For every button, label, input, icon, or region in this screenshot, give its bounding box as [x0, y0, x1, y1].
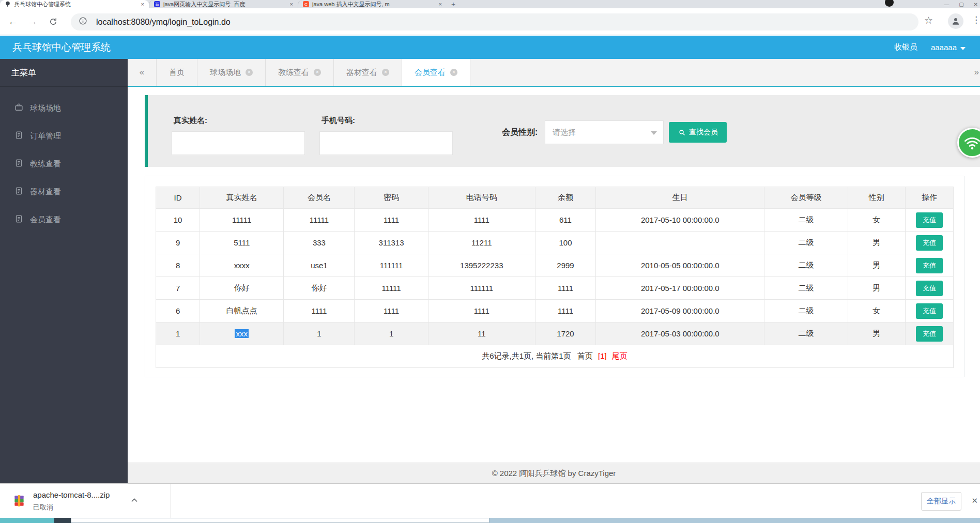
table-cell: 充值 — [905, 254, 953, 277]
content-tabbar: « 首页球场场地×教练查看×器材查看×会员查看×» — [128, 59, 980, 87]
sidebar-item-教练查看[interactable]: 教练查看 — [0, 150, 128, 178]
table-cell: 二级 — [764, 254, 848, 277]
member-table-panel: ID真实姓名会员名密码电话号码余额生日会员等级性别操作 101111111111… — [145, 176, 964, 377]
table-cell: 1111 — [428, 209, 535, 232]
table-cell: 11111 — [200, 209, 284, 232]
table-cell: 你好 — [284, 277, 355, 300]
forward-icon[interactable]: → — [26, 15, 39, 28]
close-icon[interactable]: × — [382, 69, 389, 76]
content-tab-首页[interactable]: 首页 — [157, 59, 197, 86]
sidebar-item-label: 会员查看 — [30, 215, 61, 225]
page-footer: © 2022 阿阳兵乒球馆 by CrazyTiger — [128, 463, 980, 483]
table-cell: 7 — [156, 277, 200, 300]
bookmark-star-icon[interactable]: ☆ — [924, 14, 933, 26]
url-text[interactable]: localhost:8080/ymq/login_toLogin.do — [96, 18, 231, 27]
phone-input[interactable] — [319, 131, 453, 155]
content-tab-教练查看[interactable]: 教练查看× — [266, 59, 334, 86]
taskbar-strip — [0, 518, 980, 523]
table-cell: 1395222233 — [428, 254, 535, 277]
sidebar-item-label: 器材查看 — [30, 187, 61, 197]
sidebar-item-label: 教练查看 — [30, 159, 61, 169]
table-row: 1xxx111117202017-05-03 00:00:00.0二级男充值 — [156, 322, 954, 345]
address-bar[interactable]: localhost:8080/ymq/login_toLogin.do — [71, 13, 918, 30]
recharge-button[interactable]: 充值 — [916, 303, 943, 319]
content-tab-会员查看[interactable]: 会员查看× — [402, 59, 470, 86]
app-title: 兵乓球馆中心管理系统 — [12, 36, 111, 59]
realname-input[interactable] — [172, 131, 305, 155]
column-header: 真实姓名 — [200, 187, 284, 209]
table-cell: 6 — [156, 300, 200, 322]
table-cell: 311313 — [355, 232, 428, 254]
search-member-button[interactable]: 查找会员 — [669, 122, 727, 143]
sidebar-item-器材查看[interactable]: 器材查看 — [0, 178, 128, 206]
table-row: 9511133331131311211100二级男充值 — [156, 232, 954, 254]
show-all-downloads-button[interactable]: 全部显示 — [921, 492, 961, 511]
pagination-last[interactable]: 尾页 — [612, 351, 627, 360]
sidebar-item-会员查看[interactable]: 会员查看 — [0, 206, 128, 234]
site-info-icon[interactable] — [79, 17, 87, 27]
pagination-summary: 共6记录,共1页, 当前第1页 — [482, 351, 571, 360]
tab-close-icon[interactable]: × — [290, 1, 293, 7]
table-cell: 1111 — [535, 277, 595, 300]
file-icon — [14, 159, 23, 169]
browser-tab-title: 兵乓球馆中心管理系统 — [14, 1, 138, 8]
table-cell: 8 — [156, 254, 200, 277]
table-cell: 充值 — [905, 300, 953, 322]
window-minimize-icon[interactable]: — — [944, 2, 949, 7]
gender-select[interactable]: 请选择 — [545, 120, 664, 144]
recharge-button[interactable]: 充值 — [916, 281, 943, 296]
taskbar-search-box[interactable] — [71, 518, 489, 523]
window-maximize-icon[interactable]: ▢ — [959, 2, 963, 7]
recharge-button[interactable]: 充值 — [916, 212, 943, 228]
table-row: 7你好你好1111111111111112017-05-17 00:00:00.… — [156, 277, 954, 300]
close-icon[interactable]: × — [314, 69, 321, 76]
back-icon[interactable]: ← — [6, 15, 20, 28]
extension-icon[interactable] — [885, 0, 894, 7]
recharge-button[interactable]: 充值 — [916, 326, 943, 342]
baidu-favicon: 百 — [154, 1, 160, 7]
browser-tab[interactable]: 百java网页输入中文显示问号_百度× — [149, 0, 298, 8]
table-cell: 1 — [284, 322, 355, 345]
reload-icon[interactable] — [47, 15, 60, 28]
browser-tab[interactable]: 兵乓球馆中心管理系统× — [0, 0, 149, 8]
table-cell: 二级 — [764, 322, 848, 345]
new-tab-button[interactable]: ＋ — [447, 0, 460, 8]
user-menu[interactable]: aaaaaa — [931, 43, 966, 52]
sidebar: 主菜单 球场场地订单管理教练查看器材查看会员查看 — [0, 59, 128, 483]
recharge-button[interactable]: 充值 — [916, 235, 943, 251]
tab-close-icon[interactable]: × — [439, 1, 442, 7]
table-cell: 1720 — [535, 322, 595, 345]
profile-avatar[interactable] — [948, 13, 963, 29]
table-cell: 白帆点点 — [200, 300, 284, 322]
pagination-first[interactable]: 首页 — [577, 351, 593, 360]
table-cell: 二级 — [764, 300, 848, 322]
browser-tab[interactable]: Cjava web 插入中文显示问号, m× — [298, 0, 447, 8]
content-tab-label: 器材查看 — [346, 68, 377, 78]
sidebar-item-订单管理[interactable]: 订单管理 — [0, 122, 128, 150]
download-filename[interactable]: apache-tomcat-8....zip — [33, 490, 110, 499]
table-cell: 男 — [848, 232, 905, 254]
download-chevron-up-icon[interactable] — [129, 495, 141, 506]
table-row: 8xxxxuse1111111139522223329992010-05-05 … — [156, 254, 954, 277]
browser-menu-icon[interactable]: ⋮ — [972, 14, 980, 25]
tab-close-icon[interactable]: × — [141, 1, 144, 7]
browser-tab-title: java web 插入中文显示问号, m — [312, 1, 436, 8]
pagination-current[interactable]: [1] — [598, 351, 607, 360]
table-cell: 2017-05-09 00:00:00.0 — [596, 300, 764, 322]
content-tab-器材查看[interactable]: 器材查看× — [334, 59, 402, 86]
content-tab-球场场地[interactable]: 球场场地× — [197, 59, 266, 86]
table-cell: 100 — [535, 232, 595, 254]
table-cell: 111111 — [355, 254, 428, 277]
file-icon — [14, 187, 23, 197]
tabs-scroll-left-icon[interactable]: « — [128, 59, 157, 86]
tabs-scroll-right-icon[interactable]: » — [974, 59, 979, 86]
recharge-button[interactable]: 充值 — [916, 258, 943, 273]
window-close-icon[interactable]: ✕ — [974, 2, 978, 7]
table-cell: 充值 — [905, 277, 953, 300]
close-icon[interactable]: × — [450, 69, 457, 76]
sidebar-item-球场场地[interactable]: 球场场地 — [0, 94, 128, 122]
close-icon[interactable]: × — [246, 69, 253, 76]
csdn-favicon: C — [303, 1, 309, 7]
table-cell: 1 — [355, 322, 428, 345]
download-bar-close-icon[interactable]: ✕ — [971, 496, 978, 505]
